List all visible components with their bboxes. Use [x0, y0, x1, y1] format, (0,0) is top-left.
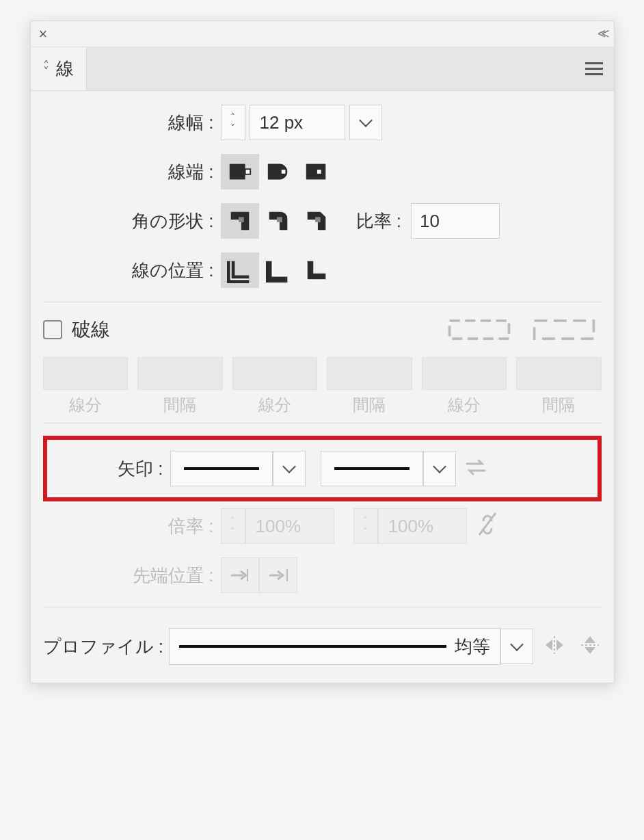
flip-vertical-icon[interactable] — [578, 633, 602, 659]
svg-rect-2 — [280, 169, 286, 174]
row-tip-align: 先端位置 : — [43, 557, 602, 593]
svg-rect-3 — [306, 164, 325, 180]
dash-col-2: 間隔 — [137, 394, 223, 416]
row-dash: 破線 — [43, 315, 602, 345]
cap-toggle-group — [221, 154, 336, 189]
dash-checkbox[interactable] — [43, 320, 62, 339]
svg-rect-7 — [315, 217, 321, 222]
profile-preview-line — [179, 645, 446, 648]
divider — [43, 607, 602, 607]
expand-icon: ˄˅ — [43, 63, 49, 75]
titlebar: × << — [31, 21, 614, 47]
svg-rect-0 — [229, 164, 245, 180]
stroke-panel: × << ˄˅ 線 線幅 : ˄˅ 12 px 線端 : — [30, 21, 615, 683]
row-stroke-width: 線幅 : ˄˅ 12 px — [43, 105, 602, 140]
cap-projecting-icon[interactable] — [297, 154, 336, 189]
cap-butt-icon[interactable] — [221, 154, 259, 189]
svg-rect-1 — [245, 169, 250, 174]
label-profile: プロファイル : — [43, 635, 163, 659]
stroke-width-dropdown[interactable] — [349, 105, 382, 140]
join-round-icon[interactable] — [259, 203, 297, 239]
flip-horizontal-icon[interactable] — [543, 633, 566, 659]
divider — [43, 302, 602, 302]
swap-arrows-icon[interactable] — [464, 456, 487, 482]
tab-title: 線 — [56, 57, 74, 81]
tab-stroke[interactable]: ˄˅ 線 — [31, 47, 87, 90]
label-ratio: 比率 : — [356, 209, 401, 233]
label-dash: 破線 — [72, 317, 110, 343]
arrow-start-dropdown[interactable] — [273, 451, 306, 486]
row-arrow-scale: 倍率 : ˄˅ 100% ˄˅ 100% — [43, 508, 602, 544]
arrow-end-select[interactable] — [321, 451, 423, 486]
dash-col-6: 間隔 — [516, 394, 602, 416]
row-profile: プロファイル : 均等 — [43, 620, 602, 679]
align-center-icon[interactable] — [221, 252, 259, 288]
tab-bar: ˄˅ 線 — [31, 47, 614, 91]
svg-rect-8 — [449, 321, 509, 339]
label-arrow: 矢印 : — [47, 457, 170, 481]
dash-input-2[interactable] — [137, 357, 223, 390]
row-align: 線の位置 : — [43, 252, 602, 288]
tip-align-end-icon[interactable] — [259, 557, 297, 593]
label-cap: 線端 : — [43, 160, 221, 184]
profile-dropdown[interactable] — [500, 629, 533, 664]
profile-value: 均等 — [455, 635, 490, 659]
join-bevel-icon[interactable] — [297, 203, 336, 239]
join-toggle-group — [221, 203, 336, 239]
arrow-end-dropdown[interactable] — [423, 451, 456, 486]
label-align: 線の位置 : — [43, 259, 221, 283]
dash-input-6[interactable] — [516, 357, 602, 390]
link-scale-icon[interactable] — [475, 510, 500, 542]
dash-col-5: 線分 — [422, 394, 507, 416]
hamburger-icon[interactable] — [574, 62, 614, 75]
svg-rect-5 — [239, 217, 244, 222]
label-join: 角の形状 : — [43, 209, 221, 233]
dash-input-3[interactable] — [232, 357, 318, 390]
tip-align-extend-icon[interactable] — [221, 557, 259, 593]
label-arrow-scale: 倍率 : — [43, 514, 221, 538]
arrow-scale-start-stepper: ˄˅ — [221, 508, 245, 544]
arrow-scale-end-stepper: ˄˅ — [353, 508, 378, 544]
arrow-scale-start-input: 100% — [245, 508, 334, 544]
dash-input-5[interactable] — [422, 357, 507, 390]
row-cap: 線端 : — [43, 154, 602, 189]
row-join: 角の形状 : 比率 : 10 — [43, 203, 602, 239]
profile-end-icons — [543, 633, 602, 659]
arrow-row-highlight: 矢印 : — [43, 436, 602, 501]
svg-rect-4 — [317, 169, 322, 174]
dash-align-exact-icon[interactable] — [442, 315, 517, 345]
dash-input-1[interactable] — [43, 357, 129, 390]
arrow-scale-end-input: 100% — [378, 508, 467, 544]
ratio-input[interactable]: 10 — [411, 203, 500, 239]
dash-inputs — [43, 357, 602, 390]
divider — [43, 423, 602, 423]
dash-col-4: 間隔 — [327, 394, 412, 416]
dash-col-1: 線分 — [43, 394, 129, 416]
profile-select[interactable]: 均等 — [169, 628, 500, 665]
label-stroke-width: 線幅 : — [43, 111, 221, 135]
align-outside-icon[interactable] — [297, 252, 336, 288]
dash-align-group — [442, 315, 602, 345]
dash-col-labels: 線分 間隔 線分 間隔 線分 間隔 — [43, 394, 602, 416]
cap-round-icon[interactable] — [259, 154, 297, 189]
align-toggle-group — [221, 252, 336, 288]
arrow-start-select[interactable] — [170, 451, 273, 486]
svg-rect-9 — [534, 321, 593, 339]
svg-rect-6 — [277, 217, 282, 222]
stroke-width-input[interactable]: 12 px — [250, 105, 345, 140]
dash-align-corners-icon[interactable] — [526, 315, 602, 345]
align-inside-icon[interactable] — [259, 252, 297, 288]
stroke-width-stepper[interactable]: ˄˅ — [221, 105, 245, 140]
join-miter-icon[interactable] — [221, 203, 259, 239]
label-tip-align: 先端位置 : — [43, 564, 221, 588]
panel-content: 線幅 : ˄˅ 12 px 線端 : — [31, 91, 614, 683]
collapse-icon[interactable]: << — [598, 26, 605, 42]
dash-input-4[interactable] — [327, 357, 412, 390]
close-icon[interactable]: × — [39, 27, 48, 42]
dash-col-3: 線分 — [232, 394, 318, 416]
